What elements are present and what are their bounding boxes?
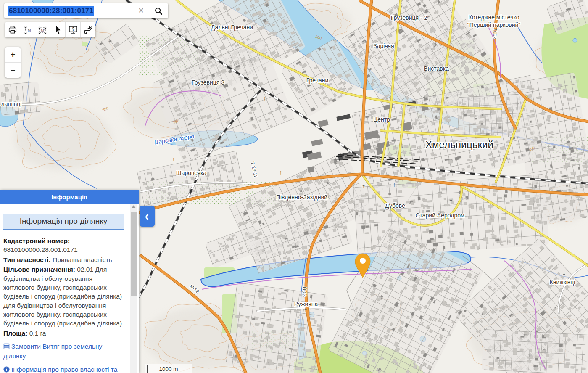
search-input[interactable]: 6810100000:28:001:0171 [4, 3, 134, 18]
scale-tick [147, 365, 148, 373]
close-icon: ✕ [138, 6, 144, 15]
church-icon: † [172, 157, 175, 162]
panel-link[interactable]: Інформація про право власності та речові… [3, 365, 124, 373]
panel-subtitle: Інформація про ділянку [3, 214, 124, 230]
map-label: Виставка [424, 65, 449, 72]
print-button[interactable] [5, 22, 20, 37]
scrollbar-thumb[interactable] [131, 212, 137, 296]
cadastral-map-app: ††††††††Дальні ГречаниГрузевиця - 2Котед… [0, 0, 588, 373]
panel-body: Інформація про ділянку Кадастровий номер… [0, 204, 139, 373]
select-cursor-button[interactable] [50, 22, 66, 37]
parcel-field: Кадастровий номер:6810100000:28:001:0171 [3, 236, 124, 254]
road-label: Н-03 [302, 287, 308, 297]
parcel-links: Замовити Витяг про земельну ділянкуІнфор… [3, 342, 124, 373]
field-value: 0.1 га [29, 330, 46, 337]
measure-area-icon: M 2 [37, 25, 48, 35]
church-icon: † [450, 198, 452, 204]
map-label: Південно-Західний [276, 194, 327, 201]
document-list-icon [3, 343, 10, 352]
field-label: Площа: [3, 330, 27, 337]
measure-area-button[interactable]: M 2 [35, 22, 50, 37]
map-label: Ружична [294, 301, 318, 307]
map-label: Грузевиця 3 [192, 79, 224, 86]
church-icon: † [264, 96, 266, 101]
clear-search-button[interactable]: ✕ [134, 3, 148, 18]
map-label: Книжківці [550, 279, 575, 286]
field-label: Кадастровий номер: [3, 237, 70, 244]
collapse-panel-button[interactable]: ❮ [140, 206, 155, 227]
search-button[interactable] [148, 3, 168, 18]
svg-text:?: ? [72, 27, 74, 32]
route-button[interactable] [81, 22, 95, 37]
map-label: Заріччя [373, 42, 394, 49]
parcel-fields: Кадастровий номер:6810100000:28:001:0171… [3, 236, 124, 338]
map-label: Шаровечка [176, 169, 207, 176]
church-icon: † [362, 184, 365, 189]
map-label: Дальні Гречани [211, 24, 253, 31]
map-label: Дубове [385, 202, 405, 209]
field-value: 02.01 Для будівництва і обслуговування ж… [3, 266, 122, 327]
help-button[interactable]: ? [66, 22, 81, 37]
zoom-in-button[interactable]: + [5, 47, 21, 63]
zoom-control: + − [5, 47, 21, 78]
parcel-field: Тип власності: Приватна власність [3, 255, 124, 264]
church-icon: † [563, 272, 565, 278]
svg-text:M: M [28, 28, 31, 32]
map-label: Грузевиця - 2 [391, 14, 427, 21]
measure-length-icon: M [23, 25, 33, 35]
search-value: 6810100000:28:001:0171 [8, 6, 94, 16]
measure-length-button[interactable]: M [20, 22, 35, 37]
zoom-out-button[interactable]: − [5, 63, 21, 78]
panel-link[interactable]: Замовити Витяг про земельну ділянку [3, 342, 124, 361]
church-icon: † [393, 182, 396, 187]
route-icon [83, 25, 94, 35]
map-toolbar: M M 2 ? [5, 22, 95, 37]
cursor-icon [53, 25, 63, 35]
map-label: Котеджне містечко [469, 14, 519, 21]
search-icon [154, 6, 163, 16]
info-panel: Інформація Інформація про ділянку Кадаст… [0, 190, 139, 373]
panel-link-label: Інформація про право власності та речові… [3, 366, 117, 373]
chevron-left-icon: ❮ [144, 212, 150, 220]
map-label: "Перший парковий" [467, 21, 521, 28]
map-label: Старий Аеродром [415, 212, 464, 219]
church-icon: † [279, 170, 282, 175]
map-label: Хмельницький [425, 139, 493, 150]
field-value: Приватна власність [53, 256, 112, 263]
panel-title: Інформація [0, 190, 139, 204]
parcel-field: Цільове призначення: 02.01 Для будівницт… [3, 265, 124, 328]
printer-icon [8, 25, 18, 35]
search-bar: 6810100000:28:001:0171 ✕ [4, 3, 168, 18]
field-label: Цільове призначення: [3, 266, 75, 273]
map-label: Центр [373, 116, 390, 123]
church-icon: † [304, 307, 307, 312]
scale-bar-label: 1000 m [159, 366, 178, 372]
scroll-up-icon[interactable] [130, 204, 137, 210]
scale-bar: 1000 m [145, 364, 192, 373]
map-label: Гречани [306, 77, 329, 84]
field-value: 6810100000:28:001:0171 [3, 246, 78, 253]
help-monitor-icon: ? [68, 25, 79, 35]
map-label: лашівці [1, 101, 22, 107]
parcel-field: Площа: 0.1 га [3, 329, 124, 338]
info-circle-icon [3, 366, 10, 373]
field-label: Тип власності: [3, 256, 51, 263]
scale-tick [190, 365, 190, 373]
panel-scrollbar[interactable] [130, 204, 137, 373]
panel-link-label: Замовити Витяг про земельну ділянку [3, 343, 102, 360]
